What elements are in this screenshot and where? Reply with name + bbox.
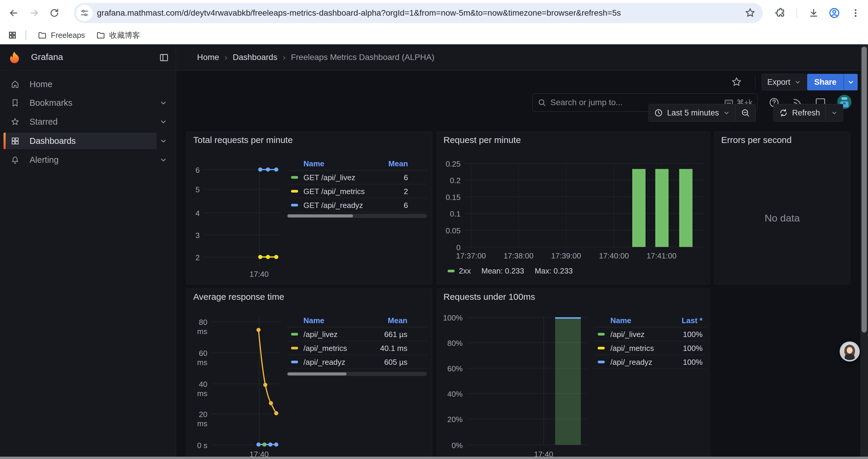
grafana-header: Grafana Home › Dashboards › Freeleaps Me… xyxy=(0,44,868,71)
data-point[interactable] xyxy=(258,255,262,259)
legend-row[interactable]: GET /api/_livez 6 xyxy=(287,170,427,184)
sidebar-item-bookmarks[interactable]: Bookmarks xyxy=(0,95,176,111)
legend-row[interactable]: GET /api/_readyz 6 xyxy=(287,198,427,212)
apps-grid-icon[interactable] xyxy=(6,29,19,42)
panel-title[interactable]: Total requests per minute xyxy=(193,135,293,145)
bookmark-star-icon[interactable] xyxy=(745,7,756,18)
x-tick: 17:41:00 xyxy=(638,251,685,261)
data-point[interactable] xyxy=(266,255,270,259)
series-color-dash xyxy=(291,190,298,193)
data-point[interactable] xyxy=(256,442,260,447)
breadcrumb-current: Freeleaps Metrics Dashboard (ALPHA) xyxy=(291,53,435,62)
download-icon[interactable] xyxy=(807,6,820,20)
series-mean: 40.1 ms xyxy=(361,344,407,353)
series-last: 100% xyxy=(683,330,703,339)
legend-row[interactable]: GET /api/_metrics 2 xyxy=(287,184,427,198)
series-mean: 6 xyxy=(404,173,408,182)
chevron-down-icon[interactable] xyxy=(159,137,167,145)
data-point[interactable] xyxy=(274,442,278,447)
sidebar-item-starred[interactable]: Starred xyxy=(0,113,176,130)
back-icon[interactable] xyxy=(7,6,20,20)
data-point[interactable] xyxy=(263,383,267,387)
legend-col-name[interactable]: Name xyxy=(610,316,631,325)
legend-col-last[interactable]: Last * xyxy=(682,316,703,325)
sidebar-item-home[interactable]: Home xyxy=(0,76,176,93)
panel-title[interactable]: Requests under 100ms xyxy=(443,292,535,302)
breadcrumb-dashboards[interactable]: Dashboards xyxy=(233,53,277,62)
bar-2xx[interactable] xyxy=(632,169,646,247)
share-menu-button[interactable] xyxy=(843,74,858,90)
legend-col-name[interactable]: Name xyxy=(303,159,324,168)
series-name: 2xx xyxy=(459,266,471,275)
data-point[interactable] xyxy=(274,167,278,172)
site-settings-icon[interactable] xyxy=(76,5,93,21)
y-tick: 0.05 xyxy=(437,226,461,235)
panel-average-response-time: Average response time 80 ms 60 ms 40 ms … xyxy=(186,289,432,459)
legend-scrollbar[interactable] xyxy=(287,372,427,376)
panel-title[interactable]: Errors per second xyxy=(721,135,792,145)
chevron-down-icon[interactable] xyxy=(159,99,167,107)
bookmark-folder-freeleaps[interactable]: Freeleaps xyxy=(38,29,85,42)
favorite-star-icon[interactable] xyxy=(731,76,742,88)
data-point[interactable] xyxy=(274,411,278,415)
address-bar[interactable]: grafana.mathmast.com/d/deytv4rwavabkb/fr… xyxy=(74,3,763,23)
data-point[interactable] xyxy=(268,442,272,447)
legend-row[interactable]: /api/_metrics 40.1 ms 20.5 m xyxy=(287,341,427,355)
panel-title[interactable]: Request per minute xyxy=(443,135,521,145)
export-button[interactable]: Export xyxy=(762,74,807,90)
legend-scrollbar[interactable] xyxy=(287,214,427,218)
sidebar-item-dashboards[interactable]: Dashboards xyxy=(0,133,176,149)
sidebar-item-alerting[interactable]: Alerting xyxy=(0,152,176,168)
chevron-down-icon xyxy=(795,79,801,85)
data-point[interactable] xyxy=(256,328,260,332)
extensions-icon[interactable] xyxy=(774,6,787,20)
bar-2xx[interactable] xyxy=(679,169,692,247)
sidebar-toggle-icon[interactable] xyxy=(159,53,169,63)
legend-col-mean[interactable]: Mean xyxy=(361,316,407,325)
series-mean: 661 µs xyxy=(361,330,407,339)
bookmark-folder-blogs[interactable]: 收藏博客 xyxy=(96,29,140,42)
bar-2xx[interactable] xyxy=(655,169,669,247)
data-point[interactable] xyxy=(269,401,273,405)
legend-row[interactable]: /api/_readyz 100% xyxy=(593,355,706,369)
data-point[interactable] xyxy=(274,255,278,259)
brand-name[interactable]: Grafana xyxy=(31,52,63,62)
legend-col-name[interactable]: Name xyxy=(303,316,324,325)
bar-under-100ms[interactable] xyxy=(555,317,581,445)
panel-total-requests: Total requests per minute 6 5 4 3 2 17:4… xyxy=(186,132,432,285)
forward-icon[interactable] xyxy=(28,6,41,20)
chevron-down-icon[interactable] xyxy=(159,156,167,164)
share-button[interactable]: Share xyxy=(807,74,858,90)
legend-row[interactable]: /api/_livez 100% xyxy=(593,327,706,341)
legend-bottom[interactable]: 2xx Mean: 0.233 Max: 0.233 xyxy=(447,266,573,275)
refresh-button[interactable]: Refresh xyxy=(774,104,826,121)
chevron-down-icon[interactable] xyxy=(159,118,167,126)
legend-row[interactable]: /api/_metrics 100% xyxy=(593,341,706,355)
series-name: GET /api/_livez xyxy=(303,173,355,182)
refresh-interval-button[interactable] xyxy=(826,104,843,121)
reload-icon[interactable] xyxy=(48,6,61,20)
profile-icon[interactable] xyxy=(828,6,841,20)
action-divider xyxy=(755,75,755,89)
grafana-logo-icon[interactable] xyxy=(8,51,21,64)
time-range-label: Last 5 minutes xyxy=(667,108,719,118)
breadcrumb-home[interactable]: Home xyxy=(197,53,219,62)
legend-row[interactable]: /api/_livez 661 µs 646 xyxy=(287,327,427,341)
bookmarks-bar: Freeleaps 收藏博客 xyxy=(0,26,868,44)
url-input[interactable]: grafana.mathmast.com/d/deytv4rwavabkb/fr… xyxy=(97,8,621,18)
series-color-dash xyxy=(598,361,605,363)
legend-row[interactable]: /api/_readyz 605 µs 620 xyxy=(287,355,427,369)
data-point[interactable] xyxy=(258,167,262,172)
legend-col-mean[interactable]: Mean xyxy=(389,159,408,168)
time-range-picker[interactable]: Last 5 minutes xyxy=(649,104,735,121)
menu-kebab-icon[interactable] xyxy=(849,6,862,20)
page-scrollbar-thumb[interactable] xyxy=(862,47,867,333)
data-point[interactable] xyxy=(262,442,267,447)
time-range-group: Last 5 minutes xyxy=(649,104,756,122)
y-tick: 3 xyxy=(187,231,200,240)
data-point[interactable] xyxy=(266,167,270,172)
y-tick: 80% xyxy=(437,339,463,348)
zoom-out-button[interactable] xyxy=(735,104,755,121)
assistant-avatar-widget[interactable] xyxy=(840,341,860,362)
avatar-image xyxy=(841,343,858,360)
